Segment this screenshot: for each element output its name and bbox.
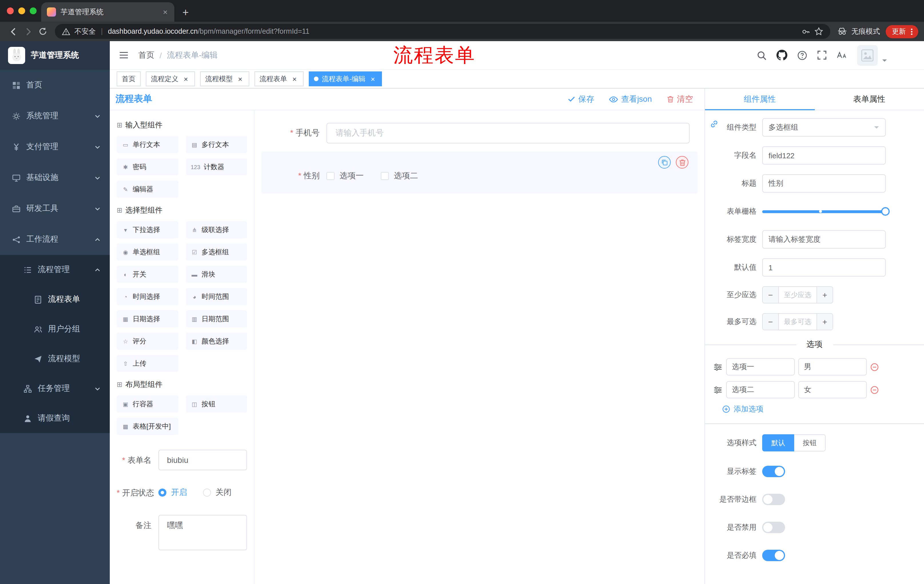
clear-button[interactable]: 清空 <box>667 94 693 104</box>
browser-tab[interactable]: 芋道管理系统 × <box>41 2 174 22</box>
checkbox-option-2[interactable]: 选项二 <box>381 171 418 181</box>
option-style-default[interactable]: 默认 <box>762 434 794 451</box>
tag-流程模型[interactable]: 流程模型× <box>200 71 249 86</box>
sidebar-item-infrastructure[interactable]: 基础设施 <box>0 162 110 193</box>
back-button[interactable] <box>6 24 21 39</box>
tab-form-props[interactable]: 表单属性 <box>815 89 924 110</box>
palette-item-time-range[interactable]: ◕时间范围 <box>186 288 247 305</box>
option-label-input[interactable]: 选项二 <box>726 381 795 398</box>
palette-item-upload[interactable]: ⇧上传 <box>117 355 178 372</box>
fullscreen-icon[interactable] <box>817 50 827 60</box>
tag-流程定义[interactable]: 流程定义× <box>146 71 195 86</box>
palette-item-single-line-text[interactable]: ▭单行文本 <box>117 136 178 153</box>
palette-item-table-dev[interactable]: ▩表格[开发中] <box>117 418 178 435</box>
sidebar-logo[interactable]: 芋道管理系统 <box>0 41 110 70</box>
tag-close-icon[interactable]: × <box>182 75 190 83</box>
avatar[interactable] <box>857 45 878 66</box>
field-name-input[interactable]: field122 <box>762 146 886 165</box>
browser-menu-kebab-icon[interactable] <box>908 27 916 36</box>
tab-close-icon[interactable]: × <box>161 7 170 16</box>
option-value-input[interactable]: 男 <box>798 358 867 375</box>
option-label-input[interactable]: 选项一 <box>726 358 795 375</box>
drag-handle-icon[interactable] <box>713 362 723 372</box>
security-warning-icon[interactable] <box>62 27 70 36</box>
form-remark-textarea[interactable]: 嘿嘿 <box>158 515 247 550</box>
tag-首页[interactable]: 首页 <box>117 71 141 86</box>
update-button[interactable]: 更新 <box>886 25 918 38</box>
label-width-input[interactable]: 请输入标签宽度 <box>762 230 886 248</box>
tab-component-props[interactable]: 组件属性 <box>705 89 815 110</box>
window-close-button[interactable] <box>7 7 14 14</box>
canvas-field-gender[interactable]: 性别 选项一 选项二 <box>261 151 698 194</box>
window-minimize-button[interactable] <box>18 7 25 14</box>
delete-widget-button[interactable] <box>676 156 688 169</box>
title-input[interactable]: 性别 <box>762 174 886 192</box>
palette-item-time-picker[interactable]: ◔时间选择 <box>117 288 178 305</box>
checkbox-option-1[interactable]: 选项一 <box>327 171 364 181</box>
tag-流程表单[interactable]: 流程表单× <box>254 71 304 86</box>
palette-item-color-picker[interactable]: ◧颜色选择 <box>186 332 247 350</box>
option-style-button[interactable]: 按钮 <box>794 434 826 451</box>
sidebar-item-process-model[interactable]: 流程模型 <box>0 344 110 374</box>
breadcrumb-home[interactable]: 首页 <box>139 50 154 60</box>
hamburger-icon[interactable] <box>118 50 129 61</box>
default-value-input[interactable]: 1 <box>762 258 886 276</box>
palette-item-button[interactable]: ◫按钮 <box>186 395 247 413</box>
palette-item-switch[interactable]: ◐开关 <box>117 266 178 283</box>
option-value-input[interactable]: 女 <box>798 381 867 398</box>
sidebar-item-system-mgmt[interactable]: 系统管理 <box>0 100 110 132</box>
sidebar-item-user-group[interactable]: 用户分组 <box>0 314 110 344</box>
reload-button[interactable] <box>35 24 50 39</box>
sidebar-item-process-form[interactable]: 流程表单 <box>0 285 110 314</box>
switch-required[interactable] <box>762 550 785 561</box>
font-size-icon[interactable] <box>837 51 847 59</box>
sidebar-item-payment-mgmt[interactable]: 支付管理 <box>0 132 110 162</box>
plus-button[interactable]: + <box>817 314 833 330</box>
switch-with-border[interactable] <box>762 494 785 505</box>
palette-item-radio-group[interactable]: ◉单选框组 <box>117 243 178 261</box>
help-icon[interactable] <box>797 50 807 60</box>
max-select-input[interactable]: 最多可选 <box>779 314 817 330</box>
palette-item-checkbox-group[interactable]: ☑多选框组 <box>186 243 247 261</box>
tag-close-icon[interactable]: × <box>369 75 377 83</box>
copy-widget-button[interactable] <box>658 156 671 169</box>
tag-流程表单-编辑[interactable]: 流程表单-编辑× <box>309 71 382 86</box>
component-type-select[interactable]: 多选框组 <box>762 118 886 137</box>
palette-item-counter[interactable]: 123计数器 <box>186 158 247 175</box>
slider-knob[interactable] <box>881 207 890 216</box>
sidebar-item-process-mgmt[interactable]: 流程管理 <box>0 255 110 285</box>
plus-button[interactable]: + <box>817 287 833 303</box>
add-option-button[interactable]: 添加选项 <box>722 404 924 414</box>
view-json-button[interactable]: 查看json <box>609 94 652 104</box>
address-bar[interactable]: 不安全 | dashboard.yudao.iocoder.cn/bpm/man… <box>55 24 830 39</box>
password-key-icon[interactable] <box>802 27 810 36</box>
link-icon[interactable] <box>710 119 719 128</box>
palette-item-select[interactable]: ▾下拉选择 <box>117 221 178 238</box>
palette-item-multi-line-text[interactable]: ▤多行文本 <box>186 136 247 153</box>
tag-close-icon[interactable]: × <box>236 75 244 83</box>
radio-status-on[interactable]: 开启 <box>158 487 187 498</box>
tag-close-icon[interactable]: × <box>290 75 299 83</box>
palette-item-rate[interactable]: ☆评分 <box>117 332 178 350</box>
minus-button[interactable]: − <box>763 314 779 330</box>
form-name-input[interactable]: biubiu <box>158 450 247 470</box>
remove-option-icon[interactable] <box>870 363 879 371</box>
palette-item-password[interactable]: ✱密码 <box>117 158 178 175</box>
radio-status-off[interactable]: 关闭 <box>203 487 231 498</box>
search-icon[interactable] <box>756 50 767 60</box>
sidebar-item-task-mgmt[interactable]: 任务管理 <box>0 374 110 403</box>
sidebar-item-dev-tools[interactable]: 研发工具 <box>0 193 110 224</box>
grid-slider[interactable] <box>762 202 886 220</box>
canvas-field-phone[interactable]: 手机号 请输入手机号 <box>261 118 698 148</box>
palette-item-date-picker[interactable]: ▦日期选择 <box>117 310 178 327</box>
sidebar-item-workflow[interactable]: 工作流程 <box>0 224 110 255</box>
palette-item-cascader[interactable]: ⋔级联选择 <box>186 221 247 238</box>
phone-input[interactable]: 请输入手机号 <box>327 123 690 143</box>
palette-item-row-container[interactable]: ▣行容器 <box>117 395 178 413</box>
sidebar-item-leave-query[interactable]: 请假查询 <box>0 403 110 433</box>
palette-item-slider[interactable]: ▬滑块 <box>186 266 247 283</box>
switch-show-label[interactable] <box>762 466 785 477</box>
switch-disabled[interactable] <box>762 522 785 533</box>
window-zoom-button[interactable] <box>30 7 36 14</box>
sidebar-item-home[interactable]: 首页 <box>0 70 110 100</box>
